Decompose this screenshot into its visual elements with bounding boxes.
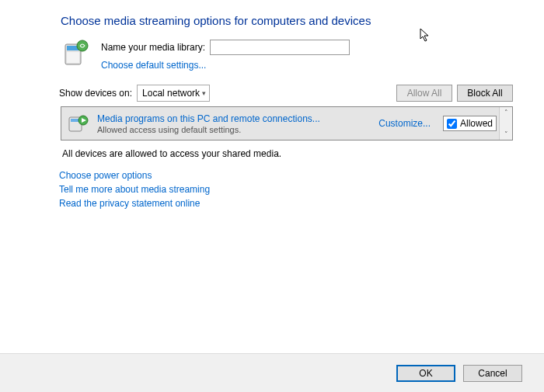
- svg-point-3: [77, 40, 88, 51]
- privacy-statement-link[interactable]: Read the privacy statement online: [59, 198, 513, 209]
- library-name-label: Name your media library:: [101, 42, 205, 53]
- page-title: Choose media streaming options for compu…: [61, 14, 513, 27]
- show-devices-select[interactable]: Local network ▾: [137, 85, 210, 102]
- learn-more-link[interactable]: Tell me more about media streaming: [59, 184, 513, 195]
- status-text: All devices are allowed to access your s…: [62, 148, 513, 159]
- customize-link[interactable]: Customize...: [378, 118, 431, 129]
- scroll-down-icon[interactable]: ˅: [504, 129, 508, 140]
- svg-rect-2: [67, 52, 79, 63]
- allow-all-button[interactable]: Allow All: [396, 85, 452, 102]
- device-subtitle: Allowed access using default settings.: [97, 125, 371, 134]
- cancel-button[interactable]: Cancel: [463, 365, 522, 382]
- power-options-link[interactable]: Choose power options: [59, 170, 513, 181]
- scrollbar[interactable]: ˄ ˅: [499, 107, 512, 140]
- scroll-up-icon[interactable]: ˄: [504, 107, 508, 118]
- allowed-label: Allowed: [460, 118, 493, 129]
- show-devices-selected: Local network: [142, 88, 200, 99]
- device-list: Media programs on this PC and remote con…: [61, 106, 513, 140]
- allowed-checkbox[interactable]: [447, 119, 457, 129]
- allowed-checkbox-box[interactable]: Allowed: [443, 116, 497, 131]
- library-name-input[interactable]: [210, 40, 350, 55]
- show-devices-label: Show devices on:: [59, 88, 132, 99]
- chevron-down-icon: ▾: [202, 89, 206, 97]
- device-row[interactable]: Media programs on this PC and remote con…: [61, 107, 512, 140]
- block-all-button[interactable]: Block All: [457, 85, 513, 102]
- media-library-icon: [61, 38, 92, 69]
- choose-default-settings-link[interactable]: Choose default settings...: [101, 60, 206, 71]
- ok-button[interactable]: OK: [396, 365, 455, 382]
- device-title-link[interactable]: Media programs on this PC and remote con…: [97, 113, 371, 124]
- footer-bar: OK Cancel: [0, 353, 544, 392]
- media-program-icon: [68, 113, 89, 134]
